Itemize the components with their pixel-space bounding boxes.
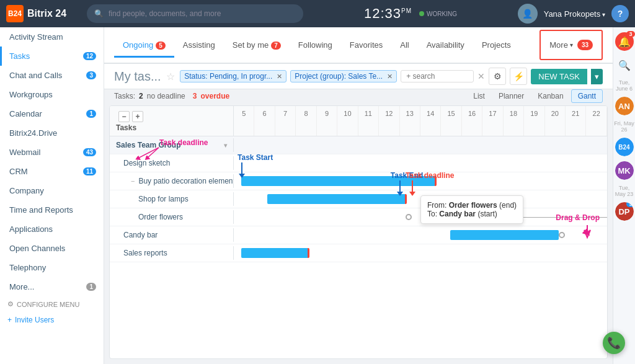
gantt-day-15: 15 [441,106,461,136]
avatar-user-3[interactable]: MK [615,161,634,180]
avatar-user-1[interactable]: AN [615,97,634,115]
task-search[interactable] [401,70,474,82]
zoom-controls: − + [116,110,227,123]
sidebar-item-more[interactable]: More... 1 [0,277,104,296]
filter-chip-project-close[interactable]: ✕ [387,73,393,81]
header-center: 12:33PM WORKING [309,6,511,22]
logo[interactable]: B24 Bitrix 24 [6,5,81,22]
plus-icon: + [7,316,12,324]
new-task-dropdown[interactable]: ▾ [591,69,603,84]
view-kanban[interactable]: Kanban [531,90,569,102]
avatar-b24[interactable]: B24 [615,138,634,156]
new-task-button[interactable]: NEW TASK [531,69,587,84]
right-panel: Ongoing5 Assisting Set by me7 Following … [104,27,613,364]
page-title: My tas... [114,69,161,84]
gantt-label-sales-team-group: Sales Team Group ▾ [110,138,234,152]
sidebar-item-open-channels[interactable]: Open Channels [0,239,104,258]
sidebar-label-calendar: Calendar [9,109,42,118]
sidebar-item-crm[interactable]: CRM 11 [0,162,104,181]
configure-menu[interactable]: ⚙ Configure Menu [0,296,104,312]
chat-badge: 3 [86,71,96,79]
search-button-right[interactable]: 🔍 [615,56,634,74]
gantt-tooltip: From: Order flowers (end) To: Candy bar … [420,195,523,224]
sidebar-item-calendar[interactable]: Calendar 1 [0,104,104,123]
sidebar-item-tasks[interactable]: Tasks 12 [0,47,104,66]
user-name[interactable]: Yana Prokopets [544,9,605,19]
lightning-icon[interactable]: ⚡ [510,68,527,85]
zoom-in-button[interactable]: + [132,111,143,122]
tab-projects[interactable]: Projects [473,34,520,58]
search-input[interactable] [109,9,296,18]
gantt-header: − + Tasks 5 6 7 8 9 10 11 12 13 14 15 [110,106,607,136]
more-badge: 1 [86,283,96,291]
webmail-badge: 43 [83,148,96,156]
sidebar-item-webmail[interactable]: Webmail 43 [0,143,104,162]
collapse-icon[interactable]: ▾ [224,142,227,149]
view-planner[interactable]: Planner [492,90,530,102]
gantt-day-5: 5 [234,106,254,136]
sidebar-item-applications[interactable]: Applications [0,220,104,239]
help-button[interactable]: ? [611,5,629,22]
global-search[interactable]: 🔍 [87,4,303,23]
invite-users[interactable]: + Invite Users [0,312,104,328]
notification-bell[interactable]: 🔔 3 [615,32,634,51]
overdue-label: overdue [200,92,229,100]
filter-chip-project[interactable]: Project (group): Sales Te... ✕ [290,70,397,82]
expand-icon[interactable]: − [131,177,135,185]
tab-following[interactable]: Following [290,34,341,58]
favorite-star[interactable]: ☆ [166,71,175,82]
sidebar-label-telephony: Telephony [9,263,46,272]
view-buttons: List Planner Kanban Gantt [467,89,603,103]
clear-search-icon[interactable]: ✕ [477,71,485,81]
gantt-day-9: 9 [317,106,337,136]
sidebar-item-time-reports[interactable]: Time and Reports [0,200,104,220]
avatar-user-4[interactable]: DP 3 [615,202,634,221]
right-date-3: Tue, May 23 [613,185,635,197]
tab-set-by-me[interactable]: Set by me7 [224,34,290,58]
gantt-container: − + Tasks 5 6 7 8 9 10 11 12 13 14 15 [109,105,608,359]
gantt-label-shop-lamps: Shop for lamps [110,192,234,206]
sidebar-item-workgroups[interactable]: Workgroups [0,85,104,104]
sidebar-label-more: More... [9,282,34,291]
view-gantt[interactable]: Gantt [571,89,603,103]
sidebar-item-telephony[interactable]: Telephony [0,258,104,277]
tab-all[interactable]: All [391,34,417,58]
sidebar-label-webmail: Webmail [9,148,40,157]
gantt-task-col-header: − + Tasks [110,106,234,136]
gantt-day-11: 11 [358,106,379,136]
zoom-out-button[interactable]: − [118,111,130,122]
gantt-bar-shop-lamps[interactable] [267,194,406,204]
sidebar-label-drive: Bitrix24.Drive [9,128,57,138]
gantt-bar-candy-bar[interactable] [450,230,559,240]
tooltip-to-label: To: [427,210,437,218]
tab-availability[interactable]: Availability [418,34,473,58]
tab-favorites[interactable]: Favorites [341,34,391,58]
tasks-meta: Tasks: 2 no deadline 3 overdue List Plan… [104,89,613,105]
tooltip-from-label: From: [427,201,446,210]
gantt-bar-sales-reports[interactable] [241,248,308,258]
phone-button[interactable]: 📞 [603,332,625,354]
gantt-day-8: 8 [296,106,316,136]
gantt-timeline-candy-bar[interactable]: Drag & Drop From: Order flowers (e [234,226,607,244]
user-avatar[interactable]: 👤 [518,4,538,24]
tab-ongoing[interactable]: Ongoing5 [114,34,174,58]
sidebar-item-activity-stream[interactable]: Activity Stream [0,27,104,47]
invite-users-label: Invite Users [15,316,54,324]
filter-chip-status[interactable]: Status: Pending, In progr... ✕ [180,70,286,82]
right-notification-panel: 🔔 3 🔍 Tue, June 6 AN Fri, May 26 B24 MK … [613,27,635,364]
sidebar-item-chat-calls[interactable]: Chat and Calls 3 [0,66,104,85]
task-search-input[interactable] [406,72,468,81]
gantt-timeline-sales-reports[interactable] [234,244,607,262]
sidebar-item-company[interactable]: Company [0,181,104,200]
settings-icon[interactable]: ⚙ [489,68,506,85]
main-layout: Activity Stream Tasks 12 Chat and Calls … [0,27,635,364]
sidebar-label-workgroups: Workgroups [9,90,53,99]
tooltip-to-task: Candy bar [439,210,476,218]
tab-more[interactable]: More ▾ 33 [540,30,603,60]
view-list[interactable]: List [467,90,491,102]
gantt-day-17: 17 [482,106,503,136]
sidebar-item-drive[interactable]: Bitrix24.Drive [0,123,104,143]
tab-assisting[interactable]: Assisting [174,34,224,58]
task-start-annotation: Task Start [238,153,273,162]
filter-chip-status-close[interactable]: ✕ [277,73,282,81]
